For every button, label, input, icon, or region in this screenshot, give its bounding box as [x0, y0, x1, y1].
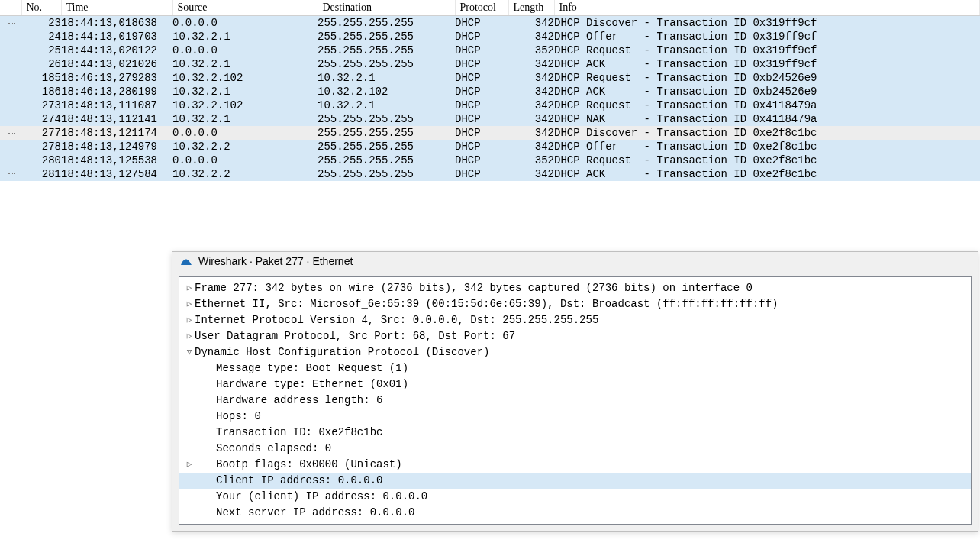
col-gutter — [0, 0, 21, 16]
cell-length: 342 — [508, 126, 554, 140]
cell-source: 0.0.0.0 — [172, 153, 318, 167]
cell-source: 0.0.0.0 — [172, 126, 318, 140]
cell-destination: 255.255.255.255 — [318, 44, 455, 57]
row-tree-gutter — [0, 126, 21, 140]
cell-info: DHCP Discover - Transaction ID 0x319ff9c… — [554, 16, 980, 31]
cell-destination: 255.255.255.255 — [318, 126, 455, 140]
cell-info: DHCP Discover - Transaction ID 0xe2f8c1b… — [554, 126, 980, 140]
cell-source: 0.0.0.0 — [172, 44, 318, 57]
row-tree-gutter — [0, 112, 21, 126]
packet-row[interactable]: 2418:44:13,01970310.32.2.1255.255.255.25… — [0, 30, 980, 44]
cell-time: 18:48:13,121174 — [61, 126, 172, 140]
cell-protocol: DHCP — [455, 167, 508, 181]
cell-source: 10.32.2.1 — [172, 30, 318, 44]
cell-source: 10.32.2.102 — [172, 71, 318, 85]
packet-list-header[interactable]: No. Time Source Destination Protocol Len… — [0, 0, 980, 16]
cell-length: 352 — [508, 153, 554, 167]
packet-row[interactable]: 27718:48:13,1211740.0.0.0255.255.255.255… — [0, 126, 980, 140]
cell-protocol: DHCP — [455, 126, 508, 140]
cell-source: 10.32.2.1 — [172, 112, 318, 126]
cell-time: 18:48:13,124979 — [61, 140, 172, 153]
packet-row[interactable]: 2318:44:13,0186380.0.0.0255.255.255.255D… — [0, 16, 980, 31]
col-source[interactable]: Source — [172, 0, 318, 16]
cell-length: 342 — [508, 16, 554, 31]
cell-no: 281 — [21, 167, 61, 181]
cell-time: 18:44:13,020122 — [61, 44, 172, 57]
col-time[interactable]: Time — [61, 0, 172, 16]
cell-no: 277 — [21, 126, 61, 140]
cell-time: 18:44:13,019703 — [61, 30, 172, 44]
col-info[interactable]: Info — [554, 0, 980, 16]
col-no[interactable]: No. — [21, 0, 61, 16]
cell-no: 273 — [21, 99, 61, 112]
row-tree-gutter — [0, 44, 21, 57]
packet-row[interactable]: 27318:48:13,11108710.32.2.10210.32.2.1DH… — [0, 99, 980, 112]
cell-time: 18:48:13,125538 — [61, 153, 172, 167]
cell-destination: 255.255.255.255 — [318, 16, 455, 31]
cell-source: 10.32.2.1 — [172, 57, 318, 71]
cell-length: 342 — [508, 57, 554, 71]
cell-source: 10.32.2.2 — [172, 167, 318, 181]
cell-length: 342 — [508, 71, 554, 85]
cell-length: 342 — [508, 99, 554, 112]
cell-info: DHCP NAK - Transaction ID 0x4118479a — [554, 112, 980, 126]
row-tree-gutter — [0, 16, 21, 31]
row-tree-gutter — [0, 30, 21, 44]
packet-row[interactable]: 27818:48:13,12497910.32.2.2255.255.255.2… — [0, 140, 980, 153]
cell-destination: 10.32.2.102 — [318, 85, 455, 99]
cell-destination: 255.255.255.255 — [318, 112, 455, 126]
packet-row[interactable]: 27418:48:13,11214110.32.2.1255.255.255.2… — [0, 112, 980, 126]
cell-destination: 10.32.2.1 — [318, 71, 455, 85]
cell-info: DHCP ACK - Transaction ID 0xb24526e9 — [554, 85, 980, 99]
col-destination[interactable]: Destination — [318, 0, 455, 16]
packet-row[interactable]: 18518:46:13,27928310.32.2.10210.32.2.1DH… — [0, 71, 980, 85]
cell-no: 280 — [21, 153, 61, 167]
row-tree-gutter — [0, 57, 21, 71]
cell-time: 18:44:13,021026 — [61, 57, 172, 71]
cell-no: 274 — [21, 112, 61, 126]
cell-time: 18:46:13,279283 — [61, 71, 172, 85]
cell-no: 24 — [21, 30, 61, 44]
cell-source: 10.32.2.2 — [172, 140, 318, 153]
cell-no: 23 — [21, 16, 61, 31]
cell-length: 342 — [508, 112, 554, 126]
cell-protocol: DHCP — [455, 153, 508, 167]
packet-row[interactable]: 18618:46:13,28019910.32.2.110.32.2.102DH… — [0, 85, 980, 99]
cell-protocol: DHCP — [455, 44, 508, 57]
cell-time: 18:44:13,018638 — [61, 16, 172, 31]
cell-protocol: DHCP — [455, 71, 508, 85]
packet-row[interactable]: 28118:48:13,12758410.32.2.2255.255.255.2… — [0, 167, 980, 181]
row-tree-gutter — [0, 85, 21, 99]
packet-row[interactable]: 2618:44:13,02102610.32.2.1255.255.255.25… — [0, 57, 980, 71]
cell-destination: 255.255.255.255 — [318, 30, 455, 44]
cell-protocol: DHCP — [455, 140, 508, 153]
col-protocol[interactable]: Protocol — [455, 0, 508, 16]
cell-length: 342 — [508, 140, 554, 153]
packet-row[interactable]: 28018:48:13,1255380.0.0.0255.255.255.255… — [0, 153, 980, 167]
cell-no: 25 — [21, 44, 61, 57]
cell-no: 186 — [21, 85, 61, 99]
packet-row[interactable]: 2518:44:13,0201220.0.0.0255.255.255.255D… — [0, 44, 980, 57]
cell-info: DHCP Offer - Transaction ID 0xe2f8c1bc — [554, 140, 980, 153]
cell-destination: 10.32.2.1 — [318, 99, 455, 112]
cell-no: 278 — [21, 140, 61, 153]
row-tree-gutter — [0, 71, 21, 85]
cell-protocol: DHCP — [455, 16, 508, 31]
cell-time: 18:48:13,112141 — [61, 112, 172, 126]
cell-time: 18:48:13,111087 — [61, 99, 172, 112]
col-length[interactable]: Length — [508, 0, 554, 16]
cell-destination: 255.255.255.255 — [318, 153, 455, 167]
cell-length: 342 — [508, 30, 554, 44]
cell-info: DHCP Offer - Transaction ID 0x319ff9cf — [554, 30, 980, 44]
cell-time: 18:48:13,127584 — [61, 167, 172, 181]
cell-no: 26 — [21, 57, 61, 71]
row-tree-gutter — [0, 153, 21, 167]
cell-protocol: DHCP — [455, 85, 508, 99]
cell-destination: 255.255.255.255 — [318, 57, 455, 71]
packet-list-table[interactable]: No. Time Source Destination Protocol Len… — [0, 0, 980, 181]
row-tree-gutter — [0, 140, 21, 153]
cell-source: 0.0.0.0 — [172, 16, 318, 31]
row-tree-gutter — [0, 99, 21, 112]
cell-info: DHCP Request - Transaction ID 0x4118479a — [554, 99, 980, 112]
cell-source: 10.32.2.1 — [172, 85, 318, 99]
